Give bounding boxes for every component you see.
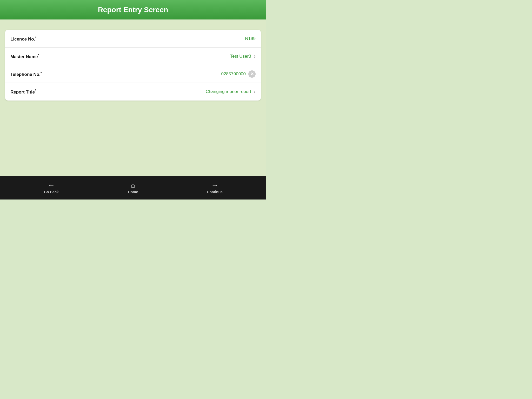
continue-button[interactable]: → Continue <box>202 182 228 194</box>
telephone-no-value: 0285790000 <box>221 71 246 77</box>
report-title-value-container[interactable]: Changing a prior report › <box>206 89 256 95</box>
licence-no-value-container: N199 <box>245 36 256 41</box>
main-content: Licence No.* N199 Master Name* Test User… <box>0 19 266 176</box>
telephone-no-row[interactable]: Telephone No.* 0285790000 ✕ <box>5 65 261 83</box>
telephone-clear-button[interactable]: ✕ <box>248 70 256 78</box>
report-title-chevron-icon: › <box>254 89 256 95</box>
continue-label: Continue <box>207 190 223 194</box>
master-name-label: Master Name* <box>10 53 39 59</box>
report-title-row[interactable]: Report Title* Changing a prior report › <box>5 83 261 101</box>
licence-no-row: Licence No.* N199 <box>5 30 261 48</box>
page-title: Report Entry Screen <box>98 6 168 14</box>
master-name-row[interactable]: Master Name* Test User3 › <box>5 48 261 65</box>
report-title-value: Changing a prior report <box>206 89 251 94</box>
continue-icon: → <box>211 182 218 189</box>
app-header: Report Entry Screen <box>0 0 266 19</box>
form-card: Licence No.* N199 Master Name* Test User… <box>5 30 261 101</box>
master-name-value-container[interactable]: Test User3 › <box>230 54 256 59</box>
go-back-button[interactable]: ← Go Back <box>38 182 64 194</box>
master-name-value: Test User3 <box>230 54 251 59</box>
telephone-no-label: Telephone No.* <box>10 71 42 77</box>
licence-no-value: N199 <box>245 36 256 41</box>
home-button[interactable]: ⌂ Home <box>120 182 146 194</box>
bottom-navigation: ← Go Back ⌂ Home → Continue <box>0 176 266 200</box>
go-back-icon: ← <box>48 182 55 189</box>
home-label: Home <box>128 190 138 194</box>
telephone-no-value-container: 0285790000 ✕ <box>221 70 256 78</box>
licence-no-label: Licence No.* <box>10 36 36 42</box>
home-icon: ⌂ <box>131 182 135 189</box>
master-name-chevron-icon: › <box>254 54 256 59</box>
report-title-label: Report Title* <box>10 89 36 95</box>
go-back-label: Go Back <box>44 190 59 194</box>
